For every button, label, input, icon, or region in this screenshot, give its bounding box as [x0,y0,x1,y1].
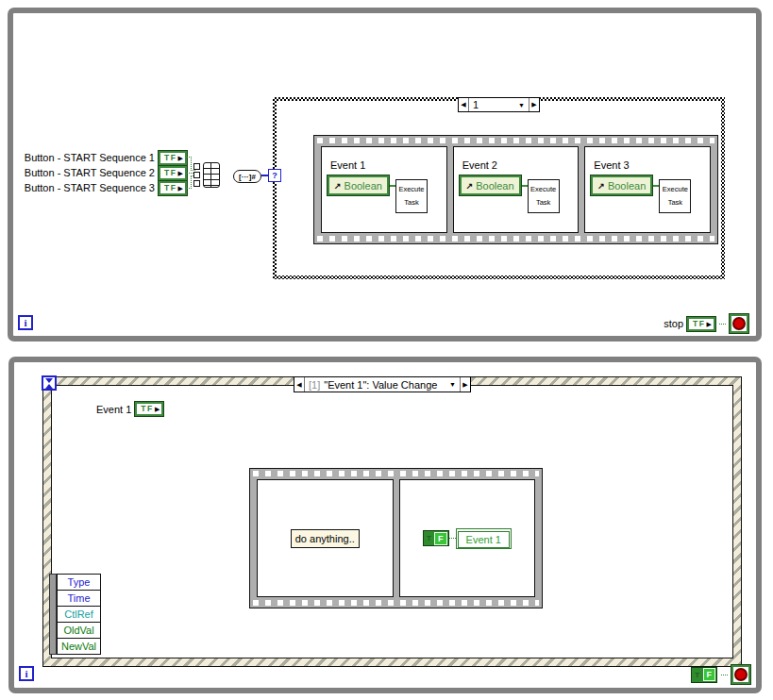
previous-event-icon[interactable]: ◀ [294,377,305,392]
event-source-label: Event 1 [96,404,131,415]
case-selector-value-area[interactable]: 1 ▼ [469,98,529,111]
sequence-frames: Event 1 ↗ Boolean Execute Task Event 2 ↗ [321,146,711,233]
local-variable-label: Boolean [344,180,382,192]
iteration-terminal[interactable]: i [19,666,34,681]
boolean-wire [719,324,726,325]
local-variable-arrow-icon: ↗ [466,181,474,191]
stop-button-icon [734,668,748,681]
event-selector[interactable]: ◀ [1] "Event 1": Value Change ▼ ▶ [294,376,471,392]
sequence-frame-3: Event 3 ↗ Boolean Execute Task [584,146,711,233]
tf-terminal-sequence-3[interactable]: TF ▶ [159,181,187,195]
tf-terminal-text: TF [164,169,176,177]
control-label: Button - START Sequence 2 [25,167,155,178]
local-variable-arrow-icon: ↗ [597,181,605,191]
event-data-node[interactable]: Type Time CtlRef OldVal NewVal [49,574,101,655]
local-variable-boolean[interactable]: ↗ Boolean [328,175,389,195]
stop-label: stop [664,318,683,329]
terminal-out-arrow-icon: ▶ [155,406,160,412]
boolean-control-row: Button - START Sequence 3 TF ▶ [13,180,187,195]
boolean-wire [449,538,456,539]
terminal-out-arrow-icon: ▶ [178,155,183,161]
stop-control-row: T F [691,665,750,684]
next-case-icon[interactable]: ▶ [529,98,539,111]
array-grid-icon [203,162,220,188]
frame-content: do anything.. [258,480,393,596]
dropdown-icon[interactable]: ▼ [449,381,456,388]
hourglass-icon [45,378,53,383]
tf-terminal-sequence-1[interactable]: TF ▶ [159,151,187,165]
array-input-icon [193,180,200,187]
build-array-inputs [193,163,200,187]
control-label: Button - START Sequence 1 [25,152,155,163]
frame-title: Event 3 [594,159,629,171]
execute-task-subvi[interactable]: Execute Task [659,179,691,213]
stop-control-row: stop TF ▶ [664,314,748,333]
iteration-terminal[interactable]: i [18,315,33,330]
constant-true-label: T [425,534,434,542]
flat-sequence-structure: do anything.. T F Event 1 [249,468,543,608]
control-label: Button - START Sequence 3 [25,182,155,193]
false-constant[interactable]: T F [691,667,717,683]
event-structure: ◀ [1] "Event 1": Value Change ▼ ▶ Event … [42,376,742,667]
flat-sequence-structure: Event 1 ↗ Boolean Execute Task Event 2 ↗ [313,135,718,244]
next-event-icon[interactable]: ▶ [460,377,470,392]
case-selector[interactable]: ◀ 1 ▼ ▶ [458,97,540,112]
event-source-tf-terminal[interactable]: TF ▶ [135,402,163,416]
previous-case-icon[interactable]: ◀ [459,98,469,111]
execute-task-subvi[interactable]: Execute Task [395,179,428,213]
case-structure: ◀ 1 ▼ ▶ Event 1 ↗ Boolean [273,97,725,279]
terminal-out-arrow-icon: ▶ [178,185,183,192]
sequence-frame-1: do anything.. [257,479,394,597]
constant-false-label: F [703,668,715,681]
event-data-field-ctlref: CtlRef [57,606,101,623]
boolean-wire [191,157,192,171]
stop-tf-terminal[interactable]: TF ▶ [687,317,715,331]
local-variable-label: Boolean [608,180,646,192]
build-array-node[interactable] [193,162,220,188]
stop-button-icon [732,317,746,330]
while-loop-top: Button - START Sequence 1 TF ▶ Button - … [8,8,762,342]
false-constant[interactable]: T F [423,530,449,546]
sequence-frame-1: Event 1 ↗ Boolean Execute Task [321,146,447,233]
local-variable-event1[interactable]: Event 1 [456,528,512,549]
tf-terminal-text: TF [693,320,705,328]
boolean-wire [191,175,192,189]
boolean-control-row: Button - START Sequence 1 TF ▶ [13,150,187,165]
dropdown-icon[interactable]: ▼ [518,102,525,108]
boolean-array-to-number-node[interactable]: [···]# [233,170,261,183]
sequence-frames: do anything.. T F Event 1 [257,479,535,597]
local-variable-boolean[interactable]: ↗ Boolean [591,175,652,195]
event-data-field-time: Time [57,590,101,607]
loop-condition-stop-button[interactable] [731,665,750,684]
tf-terminal-sequence-2[interactable]: TF ▶ [159,166,187,180]
constant-true-label: T [693,671,702,679]
execute-task-subvi[interactable]: Execute Task [528,179,560,213]
local-variable-arrow-icon: ↗ [334,181,342,191]
event-selector-value-area[interactable]: [1] "Event 1": Value Change ▼ [305,377,460,392]
event-data-fields: Type Time CtlRef OldVal NewVal [57,574,101,655]
hourglass-icon [45,384,53,389]
tf-terminal-text: TF [164,154,176,162]
frame-content: T F Event 1 [400,480,535,596]
boolean-wire [721,675,728,675]
frame-title: Event 1 [330,159,365,171]
array-input-icon [193,163,200,170]
loop-condition-stop-button[interactable] [730,314,748,333]
frame-title: Event 2 [462,159,497,171]
local-variable-boolean[interactable]: ↗ Boolean [460,175,521,195]
while-loop-bottom: ◀ [1] "Event 1": Value Change ▼ ▶ Event … [8,357,762,693]
boolean-control-row: Button - START Sequence 2 TF ▶ [13,165,187,180]
sequence-frame-2: T F Event 1 [399,479,536,597]
case-selector-terminal[interactable]: ? [268,169,281,182]
terminal-out-arrow-icon: ▶ [707,321,712,327]
event-source-row: Event 1 TF ▶ [96,402,163,416]
sequence-frame-2: Event 2 ↗ Boolean Execute Task [453,146,580,233]
event-data-node-bar [49,574,57,655]
case-selector-value: 1 [473,99,479,110]
array-input-icon [193,172,200,178]
local-variable-label: Boolean [476,180,513,192]
constant-false-label: F [434,532,446,545]
timeout-terminal[interactable] [42,375,57,391]
tf-terminal-text: TF [164,184,176,192]
labview-block-diagram: Button - START Sequence 1 TF ▶ Button - … [0,0,773,700]
